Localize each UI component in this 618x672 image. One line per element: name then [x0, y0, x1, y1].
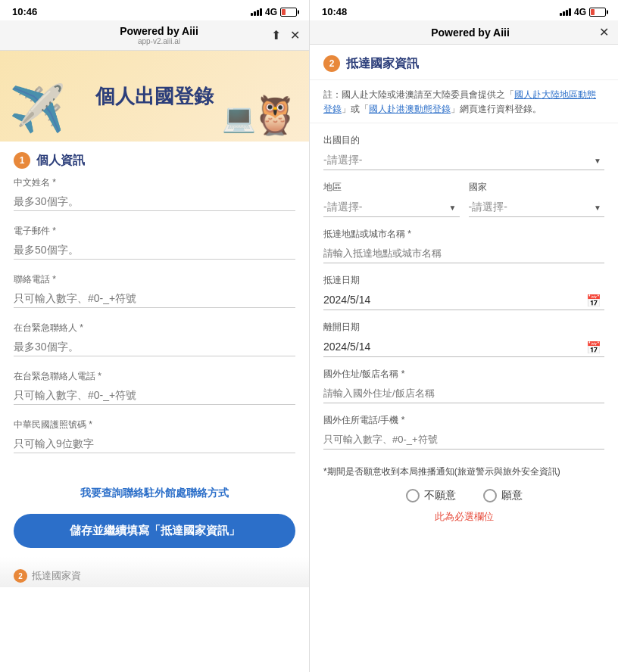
field-phone: 聯絡電話 *: [14, 273, 295, 308]
label-name: 中文姓名 *: [14, 176, 295, 189]
hero-banner: ✈️ 個人出國登錄 💻 🦉: [0, 51, 309, 142]
note-link-2[interactable]: 國人赴港澳動態登錄: [369, 104, 451, 114]
save-button[interactable]: 儲存並繼續填寫「抵達國家資訊」: [14, 514, 295, 548]
signal-icon-left: [251, 8, 262, 16]
label-emergency-phone: 在台緊急聯絡人電話 *: [14, 370, 295, 383]
field-name: 中文姓名 *: [14, 176, 295, 211]
notify-text: *期間是否願意收到本局推播通知(旅遊警示與旅外安全資訊): [310, 459, 618, 481]
time-left: 10:46: [12, 6, 37, 17]
label-arrival: 抵達日期: [323, 274, 604, 287]
label-destination: 抵達地點或城市名稱 *: [323, 228, 604, 241]
purpose-select-wrap: -請選擇- ▼: [323, 150, 604, 170]
field-email: 電子郵件 *: [14, 225, 295, 260]
battery-right: [589, 8, 606, 17]
browser-title-left: Powered by Aiii: [47, 25, 271, 37]
status-bar-right: 10:48 4G: [310, 0, 618, 20]
input-emergency-phone[interactable]: [14, 386, 295, 405]
label-hotel: 國外住址/飯店名稱 *: [323, 368, 604, 381]
radio-group: 不願意 願意: [310, 481, 618, 507]
query-link[interactable]: 我要查詢聯絡駐外館處聯絡方式: [0, 479, 309, 508]
departure-date-wrap: 📅: [323, 337, 604, 357]
country-select-wrap: -請選擇- ▼: [469, 197, 605, 217]
input-destination[interactable]: [323, 244, 604, 263]
input-email[interactable]: [14, 241, 295, 260]
section-header-2: 2 抵達國家資訊: [310, 45, 618, 80]
battery-left: [280, 8, 297, 17]
section-title-1: 個人資訊: [36, 153, 85, 169]
calendar-icon-departure: 📅: [586, 340, 601, 354]
scroll-area-right[interactable]: 2 抵達國家資訊 註：國人赴大陸或港澳請至大陸委員會提供之「國人赴大陸地區動態登…: [310, 45, 618, 672]
radio-no-label: 不願意: [424, 489, 456, 502]
radio-no[interactable]: 不願意: [406, 489, 456, 502]
right-phone: 10:48 4G Powered by Aiii ✕ 2 抵達國家資訊: [309, 0, 618, 672]
bottom-fade: 2 抵達國家資: [0, 557, 309, 587]
purpose-select[interactable]: -請選擇-: [323, 150, 604, 170]
step-badge-1: 1: [14, 152, 30, 169]
form-area-left: 中文姓名 * 電子郵件 * 聯絡電話 * 在台緊急聯絡人 * 在台緊急聯絡人電話…: [0, 176, 309, 479]
radio-yes-label: 願意: [501, 489, 523, 502]
close-button-right[interactable]: ✕: [599, 25, 609, 39]
note-mid: 」或「: [342, 104, 369, 114]
input-hotel[interactable]: [323, 384, 604, 403]
label-country: 國家: [469, 181, 605, 194]
scroll-area-left[interactable]: ✈️ 個人出國登錄 💻 🦉 1 個人資訊 中文姓名 * 電子郵件 * 聯絡電話 …: [0, 51, 309, 672]
field-passport: 中華民國護照號碼 *: [14, 418, 295, 453]
note-suffix: 」網頁進行資料登錄。: [451, 104, 542, 114]
radio-circle-yes: [483, 489, 497, 502]
time-right: 10:48: [322, 6, 347, 17]
label-purpose: 出國目的: [323, 134, 604, 147]
label-passport: 中華民國護照號碼 *: [14, 418, 295, 431]
field-emergency-phone: 在台緊急聯絡人電話 *: [14, 370, 295, 405]
network-right: 4G: [574, 7, 586, 17]
radio-yes[interactable]: 願意: [483, 489, 523, 502]
input-phone[interactable]: [14, 289, 295, 308]
status-icons-right: 4G: [560, 7, 606, 17]
close-button-left[interactable]: ✕: [290, 28, 300, 42]
input-arrival-date[interactable]: [323, 290, 604, 310]
note-prefix: 註：國人赴大陸或港澳請至大陸委員會提供之「: [323, 89, 514, 100]
label-foreign-phone: 國外住所電話/手機 *: [323, 414, 604, 427]
browser-actions-left: ⬆ ✕: [271, 28, 300, 42]
region-country-row: 地區 -請選擇- ▼ 國家 -請選擇- ▼: [323, 170, 604, 217]
label-email: 電子郵件 *: [14, 225, 295, 238]
bottom-label: 2 抵達國家資: [14, 569, 81, 583]
region-select[interactable]: -請選擇-: [323, 197, 460, 217]
signal-icon-right: [560, 8, 571, 16]
hero-title: 個人出國登錄: [95, 83, 214, 110]
required-note: 此為必選欄位: [310, 507, 618, 528]
input-name[interactable]: [14, 192, 295, 211]
owl-icon: 🦉: [251, 93, 298, 137]
label-region: 地區: [323, 181, 460, 194]
label-departure: 離開日期: [323, 321, 604, 334]
step-badge-2: 2: [323, 55, 340, 72]
status-icons-left: 4G: [251, 7, 297, 17]
status-bar-left: 10:46 4G: [0, 0, 309, 20]
calendar-icon-arrival: 📅: [586, 293, 601, 307]
left-phone: 10:46 4G Powered by Aiii app-v2.aiii.ai …: [0, 0, 309, 672]
section-title-2: 抵達國家資訊: [346, 56, 419, 72]
label-phone: 聯絡電話 *: [14, 273, 295, 286]
country-group: 國家 -請選擇- ▼: [469, 170, 605, 217]
label-emergency: 在台緊急聯絡人 *: [14, 322, 295, 334]
browser-title-right: Powered by Aiii: [342, 26, 599, 39]
region-group: 地區 -請選擇- ▼: [323, 170, 460, 217]
arrival-date-wrap: 📅: [323, 290, 604, 310]
network-left: 4G: [265, 7, 277, 17]
form-area-right: 出國目的 -請選擇- ▼ 地區 -請選擇- ▼: [310, 134, 618, 459]
section-header-1: 1 個人資訊: [0, 142, 309, 176]
input-foreign-phone[interactable]: [323, 430, 604, 450]
region-select-wrap: -請選擇- ▼: [323, 197, 460, 217]
field-emergency: 在台緊急聯絡人 *: [14, 322, 295, 356]
note-box: 註：國人赴大陸或港澳請至大陸委員會提供之「國人赴大陸地區動態登錄」或「國人赴港澳…: [310, 80, 618, 123]
share-button[interactable]: ⬆: [271, 28, 281, 42]
bottom-space-right: [310, 528, 618, 551]
country-select[interactable]: -請選擇-: [469, 197, 605, 217]
plane-icon: ✈️: [9, 82, 66, 135]
browser-bar-left: Powered by Aiii app-v2.aiii.ai ⬆ ✕: [0, 20, 309, 51]
input-departure-date[interactable]: [323, 337, 604, 357]
browser-sub-left: app-v2.aiii.ai: [47, 37, 271, 45]
radio-circle-no: [406, 489, 420, 502]
input-passport[interactable]: [14, 434, 295, 453]
browser-bar-right: Powered by Aiii ✕: [310, 20, 618, 45]
input-emergency[interactable]: [14, 338, 295, 356]
